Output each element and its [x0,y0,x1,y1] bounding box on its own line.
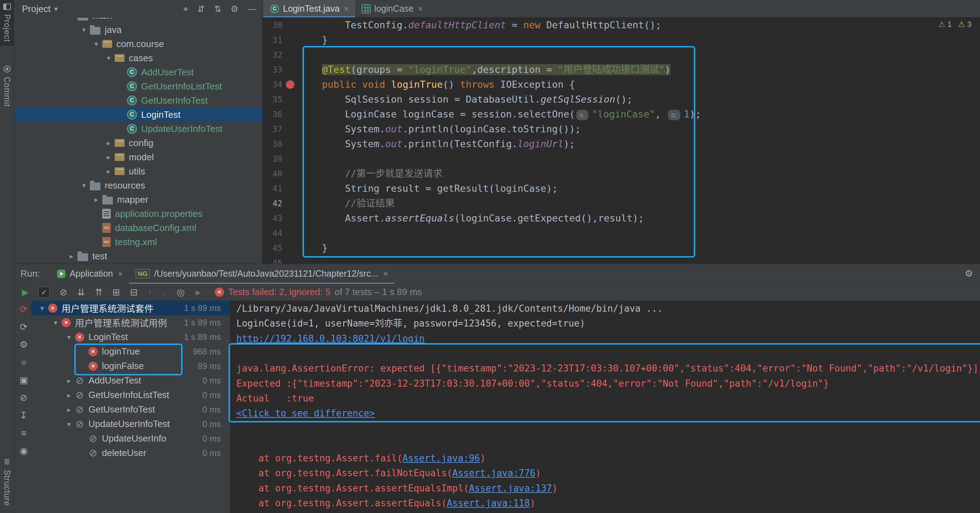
project-tree-item[interactable]: databaseConfig.xml [14,221,262,235]
editor-tab-logintest[interactable]: LoginTest.java × [263,0,355,18]
console-link[interactable]: Assert.java:137 [469,483,552,494]
previous-failed-test-icon[interactable]: ↑ [148,288,152,297]
console-link[interactable]: Assert.java:118 [447,498,530,508]
close-icon[interactable]: × [344,4,349,14]
expand-all-icon[interactable]: ⊞ [113,288,120,297]
options-icon[interactable]: ≡ [16,426,31,440]
console-link[interactable]: Assert.java:776 [452,468,535,478]
expand-all-icon[interactable]: ⇵ [197,5,205,13]
collapse-all-icon[interactable]: ⇅ [214,5,221,13]
project-tree-item[interactable]: ▸config [14,136,262,150]
test-tree-item[interactable]: ▾×用户管理系统测试用例1 s 89 ms [31,315,230,330]
code-line[interactable]: 36 LoginCase loginCase = session.selectO… [262,107,980,122]
editor-tab-logincase[interactable]: loginCase × [355,0,429,18]
test-tree-item[interactable]: ×loginTrue968 ms [31,344,230,359]
test-tree-item[interactable]: ×loginFalse89 ms [31,359,230,373]
camera-icon[interactable]: ▣ [16,373,31,387]
rerun-failed-tests-icon[interactable]: ⟳ [16,302,31,316]
project-tree-item[interactable]: UpdateUserInfoTest [14,122,262,136]
hide-panel-icon[interactable]: — [248,5,256,13]
code-line[interactable]: 31 } [262,33,980,48]
close-icon[interactable]: × [418,4,423,14]
project-tree-item[interactable]: ▾cases [14,51,262,65]
test-tree-item[interactable]: ▸⊘AddUserTest0 ms [31,373,230,388]
twisty-icon[interactable]: ▸ [103,139,115,147]
twisty-icon[interactable]: ▾ [36,304,48,312]
code-line[interactable]: 35 SqlSession session = DatabaseUtil.get… [262,92,980,107]
tool-window-button-project[interactable]: Project [0,0,14,46]
collapse-all-icon[interactable]: ⊟ [130,288,138,297]
code-line[interactable]: 34 public void loginTrue() throws IOExce… [262,77,980,92]
inspections-widget[interactable]: ⚠ 1 ⚠ 3 [938,20,972,29]
twisty-icon[interactable]: ▸ [103,153,115,161]
test-tree-item[interactable]: ⊘UpdateUserInfo0 ms [31,431,230,446]
twisty-icon[interactable]: ▸ [103,167,115,175]
project-tree-item[interactable]: ▸model [14,150,262,164]
sort-alphabetically-icon[interactable]: ⇈ [95,288,103,297]
project-panel-title[interactable]: Project [22,3,51,14]
settings-gear-icon[interactable]: ⚙ [231,5,239,13]
twisty-icon[interactable]: ▾ [63,333,75,341]
twisty-icon[interactable]: ▾ [78,25,90,34]
test-tree-item[interactable]: ▸⊘GetUserInfoListTest0 ms [31,388,230,402]
settings-gear-icon[interactable]: ⚙ [965,268,973,279]
stop-icon[interactable]: ■ [16,355,31,370]
project-tree-item[interactable]: ▸mapper [14,193,262,207]
rerun-icon[interactable]: ⟳ [16,320,31,334]
twisty-icon[interactable]: ▾ [63,420,75,429]
twisty-icon[interactable]: ▸ [65,252,78,260]
project-tree-item[interactable]: AddUserTest [14,65,262,79]
close-icon[interactable]: × [383,269,388,279]
project-tree-item[interactable]: ▸test [14,249,262,263]
track-running-test-toggle[interactable]: ✓ [38,287,49,298]
next-failed-test-icon[interactable]: ↓ [162,288,167,297]
project-tree-item[interactable]: ▸utils [14,164,262,178]
project-tree-item[interactable]: ▾resources [14,178,262,193]
console-link[interactable]: http://192.168.0.103:8021/v1/login [236,333,425,344]
test-tree-item[interactable]: ▾×用户管理系统测试套件1 s 89 ms [31,301,230,315]
code-line[interactable]: 43 Assert.assertEquals(loginCase.getExpe… [262,211,980,226]
test-tree-item[interactable]: ▸⊘GetUserInfoTest0 ms [31,402,230,417]
code-line[interactable]: 39 [262,151,980,166]
wrench-icon[interactable]: ⚙ [16,338,31,352]
twisty-icon[interactable]: ▸ [63,405,75,414]
code-line[interactable]: 46 [262,255,980,264]
code-line[interactable]: 45 } [262,241,980,255]
pin-icon[interactable]: ◉ [16,444,31,458]
test-tree-item[interactable]: ▾⊘UpdateUserInfoTest0 ms [31,417,230,431]
test-tree-item[interactable]: ▾×LoginTest1 s 89 ms [31,330,230,344]
import-test-results-icon[interactable]: ↧ [16,408,31,422]
twisty-icon[interactable]: ▸ [63,376,75,385]
project-tree-item[interactable]: application.properties [14,207,262,221]
run-tab-application[interactable]: Application × [51,264,129,284]
close-icon[interactable]: × [118,269,123,279]
locate-file-icon[interactable]: ⌖ [183,5,188,13]
code-line[interactable]: 32 [262,48,980,62]
project-tree-item[interactable]: GetUserInfoTest [14,93,262,108]
twisty-icon[interactable]: ▾ [49,319,62,327]
console-output[interactable]: /Library/Java/JavaVirtualMachines/jdk1.8… [230,301,980,513]
project-tree-item[interactable]: testng.xml [14,235,262,249]
twisty-icon[interactable]: ▾ [78,181,90,190]
twisty-icon[interactable]: ▸ [90,195,102,204]
code-line[interactable]: 42 //验证结果 [262,196,980,211]
rerun-button[interactable]: ▶ [22,288,28,297]
show-ignored-toggle[interactable]: ⊘ [59,288,67,297]
twisty-icon[interactable]: ▸ [63,391,75,400]
filter-icon[interactable]: ⊘ [16,390,31,405]
code-line[interactable]: 40 //第一步就是发送请求 [262,166,980,181]
tool-window-button-commit[interactable]: Commit [0,62,14,110]
test-tree-item[interactable]: ⊘deleteUser0 ms [31,446,230,460]
code-line[interactable]: 44 [262,226,980,241]
project-tree-item[interactable]: ▾com.course [14,37,262,51]
more-actions-icon[interactable]: » [194,288,199,297]
console-link[interactable]: <Click to see difference> [236,408,375,419]
chevron-down-icon[interactable]: ▾ [54,5,58,13]
tool-window-button-structure[interactable]: ≣ Structure [0,454,14,510]
navigate-with-single-click-icon[interactable]: ◎ [177,288,185,297]
code-line[interactable]: 38 System.out.println(TestConfig.loginUr… [262,137,980,151]
project-tree-item[interactable]: GetUserInfoListTest [14,79,262,93]
test-failed-gutter-icon[interactable] [286,80,294,89]
project-tree-item[interactable]: ▾java [14,22,262,37]
code-line[interactable]: 33 @Test(groups = "loginTrue",descriptio… [262,62,980,77]
